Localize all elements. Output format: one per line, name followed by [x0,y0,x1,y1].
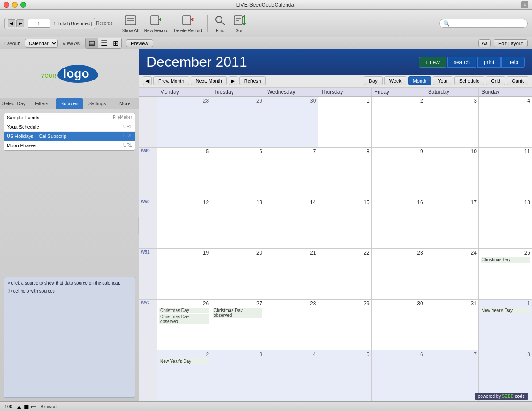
calendar-day-dec20[interactable]: 20 [211,249,264,299]
gantt-view-button[interactable]: Gantt [507,76,528,85]
event-newyears-jan2[interactable]: New Year's Day [159,358,209,364]
calendar-day-jan7[interactable]: 7 [425,350,478,401]
calendar-day-dec3[interactable]: 3 [425,97,478,147]
schedule-view-button[interactable]: Schedule [454,76,484,85]
calendar-day-dec13[interactable]: 13 [211,198,264,249]
event-christmas-day[interactable]: Christmas Day [481,257,530,263]
show-all-button[interactable]: Show All [120,11,140,35]
sidebar-tab-select-day[interactable]: Select Day [0,98,28,109]
day-number-dec31: 31 [427,301,477,307]
sidebar-help-link[interactable]: ⓘ get help with sources [8,289,55,293]
calendar-day-dec9[interactable]: 9 [371,148,425,198]
calendar-day-dec7[interactable]: 7 [264,148,318,198]
calendar-day-dec19[interactable]: 19 [157,249,211,299]
calendar-day-dec26[interactable]: 26 Christmas Day Christmas Day observed [157,300,211,350]
close-button[interactable] [4,2,9,8]
prev-month-button[interactable]: Prev. Month [153,76,189,85]
event-christmas-observed-26[interactable]: Christmas Day observed [159,314,209,324]
prev-record-button[interactable]: ◀ [8,19,15,27]
prev-month-arrow[interactable]: ◀ [143,76,152,85]
calendar-day-dec17[interactable]: 17 [425,198,478,249]
next-record-button[interactable]: ▶ [16,19,24,27]
view-table-button[interactable]: ⊞ [110,38,121,48]
calendar-day-dec11[interactable]: 11 [478,148,532,198]
calendar-day-dec28[interactable]: 28 [264,300,318,350]
delete-record-button[interactable]: Delete Record [172,11,204,35]
source-item-us-holidays[interactable]: US Holidays - iCal Subscrip URL [4,132,135,141]
calendar-day-dec30[interactable]: 30 [371,300,425,350]
font-size-button[interactable]: Aa [478,39,490,47]
refresh-button[interactable]: Refresh [239,76,266,85]
calendar-day-jan1[interactable]: 1 New Year's Day [478,300,532,350]
calendar-day-dec5[interactable]: 5 [157,148,211,198]
event-christmas-observed-27[interactable]: Christmas Day observed [213,308,262,318]
calendar-day-dec23[interactable]: 23 [371,249,425,299]
source-item-sample-events[interactable]: Sample Events FileMaker [4,113,135,122]
preview-button[interactable]: Preview [126,39,153,47]
view-form-button[interactable]: ▤ [86,38,98,48]
calendar-day-nov28[interactable]: 28 [157,97,211,147]
calendar-day-dec12[interactable]: 12 [157,198,211,249]
next-month-button[interactable]: Next. Month [191,76,227,85]
sidebar-tab-settings[interactable]: Settings [83,98,111,109]
calendar-day-dec4[interactable]: 4 [478,97,532,147]
calendar-day-dec21[interactable]: 21 [264,249,318,299]
source-item-yoga[interactable]: Yoga Schedule URL [4,122,135,132]
sidebar-tab-more[interactable]: More [111,98,139,109]
grid-view-button[interactable]: Grid [486,76,505,85]
calendar-day-nov29[interactable]: 29 [211,97,264,147]
event-christmas-26[interactable]: Christmas Day [159,308,209,313]
new-record-button[interactable]: New Record [142,11,170,35]
calendar-day-dec1[interactable]: 1 [318,97,371,147]
resize-handle[interactable]: ⊠ [521,1,528,8]
calendar-day-jan2[interactable]: 2 New Year's Day [157,350,211,401]
view-list-button[interactable]: ☰ [98,38,110,48]
search-input[interactable] [452,20,522,27]
calendar-day-dec24[interactable]: 24 [425,249,478,299]
minimize-button[interactable] [12,2,18,8]
calendar-day-dec16[interactable]: 16 [371,198,425,249]
calendar-help-button[interactable]: help [501,57,525,68]
calendar-day-dec8[interactable]: 8 [318,148,371,198]
calendar-day-dec10[interactable]: 10 [425,148,478,198]
sort-button[interactable]: Sort [231,11,249,35]
week-view-button[interactable]: Week [384,76,406,85]
next-month-arrow[interactable]: ▶ [229,76,237,85]
day-number-dec11: 11 [481,148,530,155]
calendar-day-dec27[interactable]: 27 Christmas Day observed [211,300,264,350]
search-box[interactable]: 🔍 [439,19,528,28]
calendar-day-jan3[interactable]: 3 [211,350,264,401]
calendar-new-button[interactable]: + new [419,57,446,68]
sidebar-tab-sources[interactable]: Sources [56,98,84,109]
record-nav-arrows[interactable]: ◀ ▶ [8,19,24,27]
window-controls[interactable] [4,2,26,8]
maximize-button[interactable] [20,2,26,8]
calendar-day-dec2[interactable]: 2 [371,97,425,147]
calendar-print-button[interactable]: print [477,57,501,68]
day-view-button[interactable]: Day [364,76,383,85]
calendar-day-nov30[interactable]: 30 [264,97,318,147]
calendar-day-jan6[interactable]: 6 [371,350,425,401]
calendar-day-dec6[interactable]: 6 [211,148,264,198]
calendar-day-dec25[interactable]: 25 Christmas Day [478,249,532,299]
record-number-input[interactable] [28,19,50,28]
calendar-day-dec18[interactable]: 18 [478,198,532,249]
day-number-jan2: 2 [159,351,209,358]
month-view-button[interactable]: Month [408,76,432,85]
edit-layout-button[interactable]: Edit Layout [494,39,528,47]
calendar-day-dec29[interactable]: 29 [318,300,371,350]
calendar-week-6: 2 New Year's Day 3 4 5 6 7 [139,350,532,401]
calendar-day-jan4[interactable]: 4 [264,350,318,401]
source-item-moon-phases[interactable]: Moon Phases URL [4,141,135,150]
calendar-day-dec15[interactable]: 15 [318,198,371,249]
calendar-day-dec31[interactable]: 31 [425,300,478,350]
find-button[interactable]: Find [211,11,229,35]
layout-select[interactable]: Calendar [25,39,58,48]
event-newyears-jan1[interactable]: New Year's Day [481,308,530,313]
calendar-search-button[interactable]: search [447,57,476,68]
year-view-button[interactable]: Year [433,76,452,85]
calendar-day-jan5[interactable]: 5 [318,350,371,401]
calendar-day-dec14[interactable]: 14 [264,198,318,249]
calendar-day-dec22[interactable]: 22 [318,249,371,299]
sidebar-tab-filters[interactable]: Filters [28,98,56,109]
